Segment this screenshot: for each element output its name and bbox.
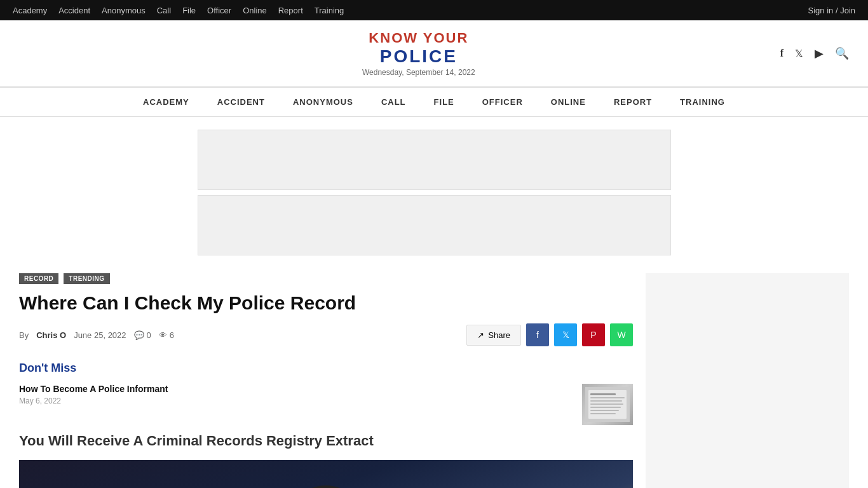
comment-number: 0 xyxy=(147,330,151,340)
right-sidebar xyxy=(646,273,849,488)
svg-rect-4 xyxy=(590,400,622,402)
top-navbar: Academy Accident Anonymous Call File Off… xyxy=(0,0,868,20)
dont-miss-image-svg xyxy=(585,387,630,422)
dont-miss-section: Don't Miss How To Become A Police Inform… xyxy=(19,362,633,425)
nav-accident[interactable]: ACCIDENT xyxy=(203,88,279,116)
ad-banner-2 xyxy=(198,195,671,255)
site-header: KNOW YOUR POLICE Wednesday, September 14… xyxy=(0,20,868,87)
article-date: June 25, 2022 xyxy=(74,330,126,340)
top-nav-academy[interactable]: Academy xyxy=(13,6,47,15)
article-excerpt: You Will Receive A Criminal Records Regi… xyxy=(19,431,633,451)
comment-icon: 💬 xyxy=(134,330,144,340)
nav-file[interactable]: FILE xyxy=(420,88,468,116)
article-meta: By Chris O June 25, 2022 💬 0 👁 6 xyxy=(19,330,174,340)
by-label: By xyxy=(19,330,29,340)
comment-count: 💬 0 xyxy=(134,330,151,340)
twitter-share-button[interactable]: 𝕏 xyxy=(554,323,577,346)
header-icons: f 𝕏 ▶ 🔍 xyxy=(780,46,849,60)
svg-rect-6 xyxy=(590,407,621,408)
top-nav-file[interactable]: File xyxy=(182,6,196,15)
facebook-icon[interactable]: f xyxy=(780,48,783,59)
tag-trending[interactable]: TRENDING xyxy=(64,273,109,284)
dont-miss-image-inner xyxy=(582,384,633,425)
article-image xyxy=(19,460,633,488)
facebook-share-button[interactable]: f xyxy=(526,323,549,346)
svg-rect-5 xyxy=(590,403,623,405)
nav-anonymous[interactable]: ANONYMOUS xyxy=(279,88,367,116)
top-nav-call[interactable]: Call xyxy=(157,6,171,15)
main-content: RECORD TRENDING Where Can I Check My Pol… xyxy=(19,273,633,488)
signin-link[interactable]: Sign in / Join xyxy=(808,6,855,15)
nav-officer[interactable]: OFFICER xyxy=(468,88,537,116)
svg-rect-2 xyxy=(590,393,616,395)
svg-rect-7 xyxy=(590,410,619,411)
youtube-icon[interactable]: ▶ xyxy=(815,46,824,60)
share-icon: ↗ xyxy=(477,330,484,340)
ad-area xyxy=(198,130,671,255)
nav-call[interactable]: CALL xyxy=(367,88,420,116)
view-count: 👁 6 xyxy=(159,330,174,340)
top-nav-anonymous[interactable]: Anonymous xyxy=(102,6,146,15)
meta-share-row: By Chris O June 25, 2022 💬 0 👁 6 ↗ Share… xyxy=(19,323,633,346)
logo-area: KNOW YOUR POLICE Wednesday, September 14… xyxy=(362,30,475,77)
article-image-silhouette xyxy=(288,485,364,488)
top-nav-accident[interactable]: Accident xyxy=(58,6,90,15)
share-bar: ↗ Share f 𝕏 P W xyxy=(466,323,633,346)
nav-online[interactable]: ONLINE xyxy=(537,88,600,116)
logo-date: Wednesday, September 14, 2022 xyxy=(362,68,475,77)
article-author[interactable]: Chris O xyxy=(36,330,66,340)
content-wrapper: RECORD TRENDING Where Can I Check My Pol… xyxy=(0,261,868,488)
dont-miss-title-0[interactable]: How To Become A Police Informant xyxy=(19,384,574,394)
search-icon[interactable]: 🔍 xyxy=(835,46,849,60)
dont-miss-item: How To Become A Police Informant May 6, … xyxy=(19,384,633,425)
logo-police: POLICE xyxy=(362,46,475,67)
nav-academy[interactable]: ACADEMY xyxy=(129,88,203,116)
top-nav-right: Sign in / Join xyxy=(808,5,855,15)
nav-training[interactable]: TRAINING xyxy=(666,88,739,116)
eye-icon: 👁 xyxy=(159,330,167,340)
top-nav-officer[interactable]: Officer xyxy=(207,6,231,15)
main-navbar: ACADEMY ACCIDENT ANONYMOUS CALL FILE OFF… xyxy=(0,87,868,117)
share-label: Share xyxy=(488,330,510,340)
pinterest-share-button[interactable]: P xyxy=(582,323,605,346)
top-nav-report[interactable]: Report xyxy=(278,6,303,15)
tags: RECORD TRENDING xyxy=(19,273,633,284)
dont-miss-text: How To Become A Police Informant May 6, … xyxy=(19,384,574,405)
top-nav-links: Academy Accident Anonymous Call File Off… xyxy=(13,6,344,15)
share-button[interactable]: ↗ Share xyxy=(466,325,521,346)
dont-miss-image-0 xyxy=(582,384,633,425)
svg-rect-8 xyxy=(590,413,616,414)
svg-rect-3 xyxy=(590,397,625,398)
logo-know: KNOW YOUR xyxy=(362,30,475,46)
nav-report[interactable]: REPORT xyxy=(600,88,666,116)
top-nav-training[interactable]: Training xyxy=(315,6,344,15)
whatsapp-share-button[interactable]: W xyxy=(610,323,633,346)
twitter-icon[interactable]: 𝕏 xyxy=(795,48,803,60)
ad-banner-1 xyxy=(198,130,671,190)
dont-miss-date-0: May 6, 2022 xyxy=(19,396,574,405)
dont-miss-heading: Don't Miss xyxy=(19,362,633,375)
tag-record[interactable]: RECORD xyxy=(19,273,58,284)
article-title: Where Can I Check My Police Record xyxy=(19,292,633,315)
view-number: 6 xyxy=(170,330,174,340)
top-nav-online[interactable]: Online xyxy=(243,6,267,15)
